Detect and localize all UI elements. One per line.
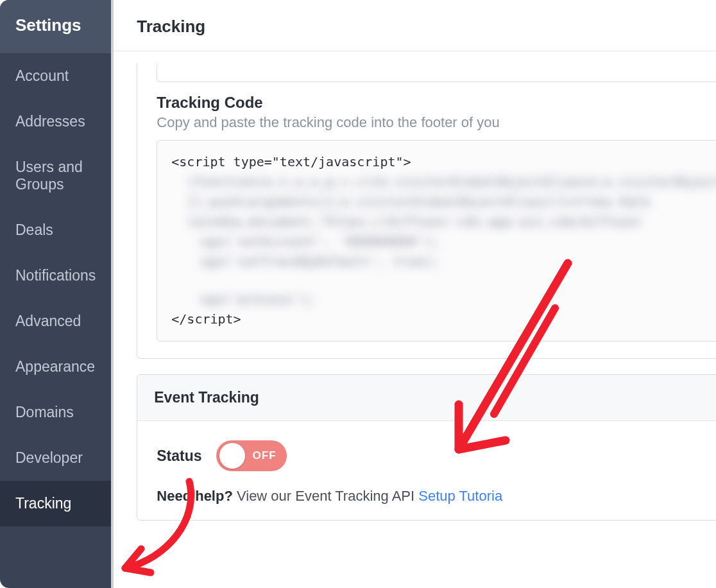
toggle-knob bbox=[219, 443, 245, 469]
app-root: Settings Account Addresses Users and Gro… bbox=[0, 0, 716, 588]
sidebar-item-appearance[interactable]: Appearance bbox=[0, 344, 111, 390]
help-text: View our Event Tracking API bbox=[233, 488, 418, 504]
code-line-blurred bbox=[171, 272, 716, 290]
sidebar-item-deals[interactable]: Deals bbox=[0, 207, 111, 253]
settings-sidebar: Settings Account Addresses Users and Gro… bbox=[0, 0, 111, 588]
sidebar-item-domains[interactable]: Domains bbox=[0, 390, 111, 435]
main-header: Tracking bbox=[114, 0, 716, 51]
code-line-blurred: vgo('setTrackByDefault', true); bbox=[171, 252, 716, 272]
tracking-code-card: Tracking Code Copy and paste the trackin… bbox=[137, 63, 716, 359]
sidebar-title: Settings bbox=[0, 0, 111, 53]
event-status-row: Status OFF bbox=[137, 421, 716, 485]
code-line-blurred: vgo('process'); bbox=[171, 290, 716, 309]
code-line-blurred: [].push(arguments)};e.visitorGlobalObjec… bbox=[171, 192, 716, 212]
tracking-code-heading: Tracking Code bbox=[157, 94, 716, 112]
sidebar-item-notifications[interactable]: Notifications bbox=[0, 253, 111, 298]
code-line-open: <script type="text/javascript"> bbox=[171, 152, 716, 172]
tracking-input-box[interactable] bbox=[157, 63, 716, 82]
status-label: Status bbox=[157, 447, 201, 465]
sidebar-item-developer[interactable]: Developer bbox=[0, 435, 111, 481]
event-tracking-heading: Event Tracking bbox=[154, 389, 716, 406]
sidebar-item-account[interactable]: Account bbox=[0, 53, 111, 99]
sidebar-item-users-and-groups[interactable]: Users and Groups bbox=[0, 144, 111, 207]
main-body: Tracking Code Copy and paste the trackin… bbox=[114, 51, 716, 588]
sidebar-item-addresses[interactable]: Addresses bbox=[0, 99, 111, 144]
help-bold: Need help? bbox=[157, 488, 233, 504]
code-line-close: </script> bbox=[171, 309, 716, 329]
tracking-code-box[interactable]: <script type="text/javascript"> (functio… bbox=[157, 140, 716, 342]
page-title: Tracking bbox=[137, 17, 716, 37]
code-line-blurred: vgo('setAccount', '000000000'); bbox=[171, 232, 716, 252]
status-toggle[interactable]: OFF bbox=[216, 440, 287, 471]
toggle-state-label: OFF bbox=[253, 449, 277, 462]
code-line-blurred: (function(e,t,o,n,p,r,i){e.visitorGlobal… bbox=[171, 172, 716, 192]
sidebar-item-tracking[interactable]: Tracking bbox=[0, 481, 111, 526]
code-line-blurred: (window,document,"https://diffuser-cdn.a… bbox=[171, 212, 716, 232]
sidebar-item-advanced[interactable]: Advanced bbox=[0, 298, 111, 344]
main-panel: Tracking Tracking Code Copy and paste th… bbox=[114, 0, 716, 588]
tracking-code-subheading: Copy and paste the tracking code into th… bbox=[157, 114, 716, 131]
event-tracking-card: Event Tracking Status OFF Need help? Vie… bbox=[137, 374, 716, 521]
event-tracking-header: Event Tracking bbox=[137, 375, 716, 421]
event-help-row: Need help? View our Event Tracking API S… bbox=[137, 485, 716, 520]
setup-tutorial-link[interactable]: Setup Tutoria bbox=[418, 488, 502, 504]
